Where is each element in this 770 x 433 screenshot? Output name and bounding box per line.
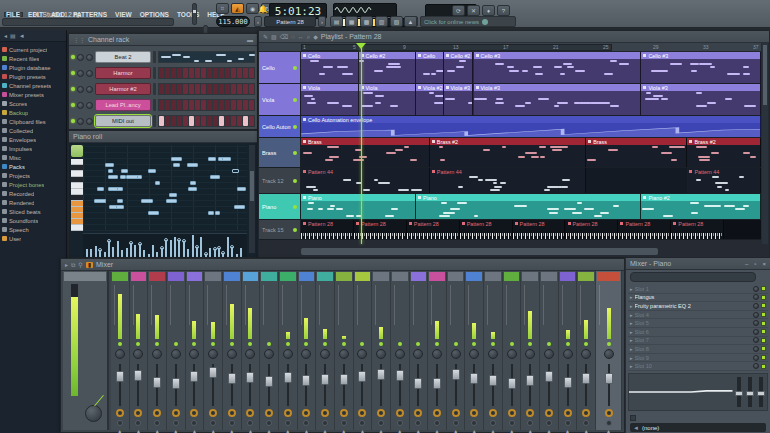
mixer-strip[interactable]: ▲ xyxy=(186,271,205,430)
strip-enable-led[interactable] xyxy=(136,342,140,346)
note[interactable] xyxy=(237,187,246,191)
volume-fader[interactable] xyxy=(231,364,233,406)
step-cell[interactable] xyxy=(243,116,248,126)
fader-handle[interactable] xyxy=(508,378,516,389)
stereo-sep-knob[interactable] xyxy=(564,409,572,417)
eq-knob[interactable] xyxy=(471,420,477,426)
note[interactable] xyxy=(94,199,106,203)
note[interactable] xyxy=(208,211,214,215)
track-header[interactable]: Brass xyxy=(259,138,301,167)
stereo-sep-knob[interactable] xyxy=(284,409,292,417)
strip-color-tab[interactable] xyxy=(392,272,408,281)
slot-mix-knob[interactable] xyxy=(753,303,759,309)
volume-fader[interactable] xyxy=(119,364,121,406)
mixer-strip[interactable]: ▲ xyxy=(279,271,298,430)
plugin-slot[interactable]: ▸Fruity parametric EQ 2 xyxy=(628,302,768,311)
eq-knob[interactable] xyxy=(583,420,589,426)
mixer-strip[interactable]: ▲ xyxy=(540,271,559,430)
strip-enable-led[interactable] xyxy=(435,342,439,346)
step-cell[interactable] xyxy=(159,116,164,126)
browser-item[interactable]: User xyxy=(2,234,66,243)
strip-enable-led[interactable] xyxy=(230,342,234,346)
strip-pan-knob[interactable] xyxy=(432,349,442,359)
velocity-stem[interactable] xyxy=(231,247,233,257)
strip-enable-led[interactable] xyxy=(174,342,178,346)
menu-edit[interactable]: EDIT xyxy=(24,11,47,18)
eq-knob[interactable] xyxy=(378,420,384,426)
volume-fader[interactable] xyxy=(175,364,177,406)
step-cell[interactable] xyxy=(177,116,182,126)
piano-roll-preview-corner[interactable] xyxy=(71,145,83,157)
magnet-icon[interactable]: ◆ xyxy=(313,34,318,40)
insert-panel-header[interactable]: Mixer - Piano – ▫ × xyxy=(626,258,770,270)
velocity-stem[interactable] xyxy=(148,254,150,257)
volume-fader[interactable] xyxy=(343,364,345,406)
mixer-strip[interactable]: ▲ xyxy=(130,271,149,430)
velocity-stem[interactable] xyxy=(121,250,123,257)
playlist-hscrollbar[interactable] xyxy=(301,248,658,255)
step-cell[interactable] xyxy=(177,84,182,94)
pattern-clip[interactable]: Viola #3 xyxy=(474,84,642,115)
minimize-icon[interactable]: – xyxy=(745,261,748,267)
browser-item[interactable]: Misc xyxy=(2,153,66,162)
track-lane[interactable]: BrassBrass #2BrassBrass #2 xyxy=(301,138,761,167)
pattern-name[interactable]: Pattern 28 xyxy=(264,16,316,27)
track-lane[interactable]: ViolaViolaViola #2Viola #3Viola #3Viola … xyxy=(301,84,761,115)
fader-handle[interactable] xyxy=(396,370,404,381)
plugin-slot[interactable]: ▸Slot 10 xyxy=(628,362,768,371)
eq-high-slider[interactable] xyxy=(759,377,763,407)
stereo-sep-knob[interactable] xyxy=(489,409,497,417)
step-cell[interactable] xyxy=(225,100,230,110)
eq-knob[interactable] xyxy=(546,420,552,426)
browser-item[interactable]: Recorded xyxy=(2,189,66,198)
browser-item[interactable]: Sliced beats xyxy=(2,207,66,216)
channel-pan-knob[interactable] xyxy=(77,102,84,109)
route-arrow[interactable]: ▲ xyxy=(428,428,446,433)
pattern-clip[interactable]: Piano xyxy=(416,194,641,219)
channel-pan-knob[interactable] xyxy=(77,118,84,125)
stereo-sep-knob[interactable] xyxy=(545,409,553,417)
eq-knob[interactable] xyxy=(191,420,197,426)
mute-icon[interactable]: ◌ xyxy=(291,34,295,40)
slot-enable-led[interactable] xyxy=(761,303,766,308)
stereo-sep-knob[interactable] xyxy=(605,409,613,417)
step-cell[interactable] xyxy=(243,100,248,110)
note[interactable] xyxy=(108,187,118,191)
menu-view[interactable]: VIEW xyxy=(111,11,136,18)
pattern-clip[interactable]: Cello xyxy=(416,52,444,83)
mixer-strip[interactable]: ▲ xyxy=(484,271,503,430)
strip-color-tab[interactable] xyxy=(373,272,389,281)
stereo-sep-knob[interactable] xyxy=(377,409,385,417)
menu-file[interactable]: FILE xyxy=(2,11,24,18)
eq-mid-slider[interactable] xyxy=(748,377,752,407)
pattern-clip[interactable]: Pattern 28 xyxy=(301,220,354,239)
strip-pan-knob[interactable] xyxy=(264,349,274,359)
channel-button[interactable]: Harmor xyxy=(95,67,151,79)
fader-handle[interactable] xyxy=(209,367,217,378)
update-button[interactable]: ▲ xyxy=(404,16,417,27)
eq-knob[interactable] xyxy=(247,420,253,426)
note[interactable] xyxy=(117,199,123,203)
route-arrow[interactable]: ▲ xyxy=(279,428,297,433)
route-arrow[interactable]: ▲ xyxy=(465,428,483,433)
strip-color-tab[interactable] xyxy=(205,272,221,281)
stereo-sep-knob[interactable] xyxy=(414,409,422,417)
link-icon[interactable]: ⚲ xyxy=(78,262,82,268)
channel-rack-toggle[interactable]: ▩ xyxy=(360,16,373,27)
strip-color-tab[interactable] xyxy=(149,272,165,281)
track-header[interactable]: Viola xyxy=(259,84,301,115)
slot-mix-knob[interactable] xyxy=(753,286,759,292)
strip-pan-knob[interactable] xyxy=(604,349,614,359)
eq-knob[interactable] xyxy=(565,420,571,426)
step-cell[interactable] xyxy=(189,84,194,94)
velocity-stem[interactable] xyxy=(240,248,242,257)
step-cell[interactable] xyxy=(177,100,182,110)
fader-handle[interactable] xyxy=(116,371,124,382)
volume-fader[interactable] xyxy=(417,364,419,406)
note[interactable] xyxy=(148,211,159,215)
volume-fader[interactable] xyxy=(455,364,457,406)
strip-pan-knob[interactable] xyxy=(451,349,461,359)
volume-fader[interactable] xyxy=(399,364,401,406)
mixer-toggle[interactable]: ▥ xyxy=(375,16,388,27)
pattern-clip[interactable]: Brass xyxy=(301,138,430,167)
